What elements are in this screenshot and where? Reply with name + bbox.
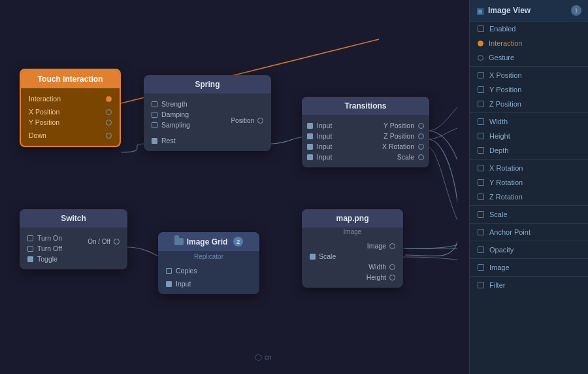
image-label: Image bbox=[489, 264, 510, 271]
logo-text: cn bbox=[265, 354, 272, 361]
switch-turnoff-dot[interactable] bbox=[27, 246, 33, 252]
touch-ypos-row: Y Position bbox=[29, 117, 112, 128]
spring-damping-row: Damping bbox=[152, 109, 190, 120]
image-dot bbox=[478, 264, 484, 271]
node-imagegrid-title: Image Grid bbox=[187, 237, 228, 246]
transitions-row-1: Input Z Position bbox=[307, 131, 424, 141]
separator-6 bbox=[470, 241, 588, 241]
node-map[interactable]: map.png Image Image Scale Width Height bbox=[302, 209, 403, 288]
zpos-dot bbox=[478, 101, 484, 107]
panel-item-yrot[interactable]: Y Rotation bbox=[470, 175, 588, 190]
transitions-in2-dot[interactable] bbox=[307, 144, 313, 150]
xpos-dot bbox=[478, 72, 484, 78]
panel-item-xrot[interactable]: X Rotation bbox=[470, 161, 588, 175]
panel-item-xpos[interactable]: X Position bbox=[470, 68, 588, 82]
spring-damping-label: Damping bbox=[161, 110, 189, 118]
panel-item-enabled[interactable]: Enabled bbox=[470, 22, 588, 36]
panel-item-zpos[interactable]: Z Position bbox=[470, 97, 588, 111]
spring-rest-dot[interactable] bbox=[152, 138, 157, 144]
map-image-port[interactable] bbox=[389, 243, 395, 249]
spring-rest-label: Rest bbox=[161, 137, 176, 144]
node-transitions[interactable]: Transitions Input Y Position Input Z Pos… bbox=[302, 97, 429, 167]
panel-item-zrot[interactable]: Z Rotation bbox=[470, 190, 588, 204]
transitions-in2-label: Input bbox=[317, 143, 332, 150]
touch-ypos-label: Y Position bbox=[29, 118, 59, 126]
gesture-label: Gesture bbox=[489, 54, 514, 61]
zrot-dot bbox=[478, 194, 484, 200]
transitions-row-0: Input Y Position bbox=[307, 120, 424, 131]
transitions-in0-label: Input bbox=[317, 122, 332, 129]
panel-item-filter[interactable]: Filter bbox=[470, 278, 588, 292]
panel-title: Image View bbox=[488, 6, 567, 15]
separator-1 bbox=[470, 66, 588, 67]
imagegrid-input-dot[interactable] bbox=[166, 281, 172, 287]
spring-sampling-dot[interactable] bbox=[152, 122, 157, 128]
anchor-dot bbox=[478, 229, 484, 235]
height-label: Height bbox=[489, 132, 510, 140]
panel-item-depth[interactable]: Depth bbox=[470, 143, 588, 158]
spring-output-port[interactable] bbox=[257, 118, 263, 124]
spring-strength-dot[interactable] bbox=[152, 101, 157, 107]
xpos-label: X Position bbox=[489, 71, 522, 79]
spring-damping-dot[interactable] bbox=[152, 112, 157, 118]
anchor-label: Anchor Point bbox=[489, 228, 531, 236]
transitions-in0-dot[interactable] bbox=[307, 123, 313, 129]
touch-xpos-row: X Position bbox=[29, 107, 112, 117]
map-width-port[interactable] bbox=[389, 264, 395, 270]
transitions-out3-dot[interactable] bbox=[418, 154, 424, 160]
node-transitions-title: Transitions bbox=[344, 101, 386, 110]
imagegrid-copies-label: Copies bbox=[176, 267, 197, 275]
map-scale-dot[interactable] bbox=[310, 254, 316, 260]
panel-item-ypos[interactable]: Y Position bbox=[470, 82, 588, 97]
node-touch-interaction[interactable]: Touch Interaction Interaction X Position… bbox=[20, 69, 121, 147]
spring-sampling-label: Sampling bbox=[161, 121, 190, 129]
switch-output-port[interactable] bbox=[114, 239, 120, 245]
switch-toggle-dot[interactable] bbox=[27, 256, 33, 262]
transitions-row-2: Input X Rotation bbox=[307, 141, 424, 152]
touch-xpos-port[interactable] bbox=[106, 109, 112, 115]
node-spring-header: Spring bbox=[144, 75, 271, 94]
depth-dot bbox=[478, 147, 484, 154]
panel-badge: 1 bbox=[571, 5, 581, 16]
panel-item-image[interactable]: Image bbox=[470, 260, 588, 275]
node-switch-title: Switch bbox=[61, 214, 86, 223]
transitions-in1-label: Input bbox=[317, 132, 332, 140]
spring-rest-row: Rest bbox=[152, 135, 190, 146]
spring-strength-row: Strength bbox=[152, 99, 190, 109]
imagegrid-copies-row: Copies bbox=[166, 265, 252, 276]
transitions-out1-dot[interactable] bbox=[418, 133, 424, 139]
transitions-out2-dot[interactable] bbox=[418, 144, 424, 150]
switch-turnon-dot[interactable] bbox=[27, 235, 33, 241]
transitions-out3-label: Scale bbox=[397, 153, 414, 161]
panel-item-width[interactable]: Width bbox=[470, 114, 588, 129]
touch-down-port[interactable] bbox=[106, 133, 112, 139]
map-width-row: Width bbox=[310, 262, 395, 272]
node-spring[interactable]: Spring Strength Damping Sampling bbox=[144, 75, 271, 151]
panel-item-gesture[interactable]: Gesture bbox=[470, 50, 588, 65]
node-imagegrid-header: Image Grid 2 bbox=[158, 232, 259, 251]
node-switch[interactable]: Switch Turn On Turn Off Toggle On / Off bbox=[20, 209, 127, 269]
imagegrid-copies-dot[interactable] bbox=[166, 268, 172, 274]
width-dot bbox=[478, 118, 484, 125]
node-imagegrid-subtitle: Replicator bbox=[158, 251, 259, 262]
node-imagegrid[interactable]: Image Grid 2 Replicator Copies Input bbox=[158, 232, 259, 294]
panel-item-interaction[interactable]: Interaction bbox=[470, 36, 588, 50]
panel-item-opacity[interactable]: Opacity bbox=[470, 243, 588, 257]
map-height-port[interactable] bbox=[389, 275, 395, 280]
panel-item-scale[interactable]: Scale bbox=[470, 207, 588, 222]
map-height-row: Height bbox=[310, 272, 395, 282]
switch-turnoff-row: Turn Off bbox=[27, 243, 62, 254]
touch-ypos-port[interactable] bbox=[106, 120, 112, 126]
touch-interaction-port[interactable] bbox=[106, 96, 112, 102]
transitions-out0-dot[interactable] bbox=[418, 123, 424, 129]
panel-header-icon: ▣ bbox=[476, 6, 484, 16]
transitions-in3-label: Input bbox=[317, 153, 332, 161]
transitions-in3-dot[interactable] bbox=[307, 154, 313, 160]
touch-interaction-row: Interaction bbox=[29, 94, 112, 104]
separator-7 bbox=[470, 258, 588, 259]
map-image-row: Image bbox=[310, 241, 395, 251]
scale-label: Scale bbox=[489, 211, 508, 218]
panel-item-height[interactable]: Height bbox=[470, 129, 588, 143]
transitions-in1-dot[interactable] bbox=[307, 133, 313, 139]
panel-item-anchor[interactable]: Anchor Point bbox=[470, 225, 588, 239]
